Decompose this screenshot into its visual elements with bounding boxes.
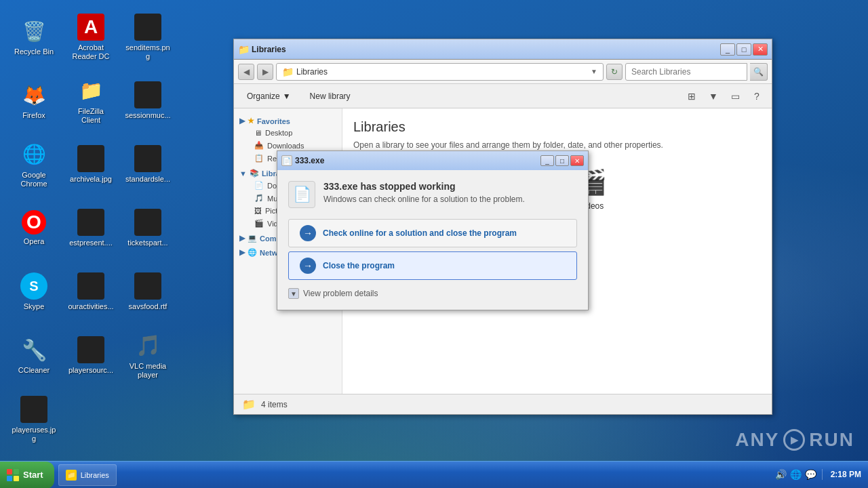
check-online-button[interactable]: → Check online for a solution and close …: [288, 219, 577, 247]
pictures-sidebar-icon: 🖼: [254, 207, 262, 215]
desktop-icon-firefox[interactable]: 🦊 Firefox: [7, 70, 61, 131]
libraries-status-bar: 📁 4 items: [234, 394, 772, 414]
address-folder-icon: 📁: [282, 66, 294, 77]
desktop-icon-savsfood[interactable]: savsfood.rtf: [121, 262, 175, 323]
desktop-icons-container: 🗑️ Recycle Bin A Acrobat Reader DC sendi…: [7, 7, 175, 450]
archivela-label: archivela.jpg: [70, 175, 112, 184]
libraries-minimize-button[interactable]: _: [720, 43, 735, 56]
dialog-actions: → Check online for a solution and close …: [288, 219, 577, 280]
desktop-icon-ouractivities[interactable]: ouractivities...: [64, 262, 118, 323]
recent-places-sidebar-icon: 📋: [254, 154, 264, 163]
libraries-window-icon: 📁: [238, 44, 249, 55]
desktop-icon-archivela[interactable]: archivela.jpg: [64, 134, 118, 195]
chrome-icon: 🌐: [20, 141, 47, 168]
libraries-close-button[interactable]: ✕: [753, 43, 768, 56]
playersource-label: playersourc...: [68, 366, 113, 375]
libraries-titlebar: 📁 Libraries _ □ ✕: [234, 39, 772, 60]
filezilla-icon: 📁: [77, 77, 104, 104]
view-problem-details[interactable]: ▼ View problem details: [288, 288, 577, 299]
back-button[interactable]: ◀: [238, 64, 254, 80]
sidebar-item-desktop[interactable]: 🖥 Desktop: [234, 127, 342, 139]
desktop-icon-ccleaner[interactable]: 🔧 CCleaner: [7, 325, 61, 386]
organize-button[interactable]: Organize ▼: [239, 87, 298, 105]
taskbar-items: 📁 Libraries: [54, 464, 764, 486]
desktop-icon-recycle-bin[interactable]: 🗑️ Recycle Bin: [7, 7, 61, 68]
preview-pane-button[interactable]: ▭: [726, 87, 745, 105]
anyrun-watermark: ANY ▶ RUN: [735, 429, 854, 451]
dialog-minimize-button[interactable]: _: [540, 155, 554, 166]
vlc-icon: 🎵: [134, 332, 161, 359]
dialog-close-button[interactable]: ✕: [570, 155, 584, 166]
organize-label: Organize: [247, 92, 280, 101]
taskbar: Start 📁 Libraries 🔊 🌐 💬 2:18 PM: [0, 461, 868, 488]
view-change-button[interactable]: ⊞: [682, 87, 701, 105]
skype-icon: S: [20, 272, 47, 300]
close-program-label: Close the program: [323, 261, 395, 270]
desktop-icon-estpresent[interactable]: estpresent....: [64, 198, 118, 259]
desktop-icon-senditems[interactable]: senditems.png: [121, 7, 175, 68]
ouractivities-label: ouractivities...: [68, 302, 113, 311]
desktop-icon-opera[interactable]: O Opera: [7, 198, 61, 259]
tray-icon-network[interactable]: 🌐: [791, 469, 802, 480]
videos-sidebar-icon: 🎬: [254, 219, 264, 228]
desktop-icon-chrome[interactable]: 🌐 Google Chrome: [7, 134, 61, 195]
libraries-main-subtitle: Open a library to see your files and arr…: [353, 140, 761, 150]
savsfood-icon: [134, 272, 161, 300]
ticketspart-label: ticketspart...: [127, 239, 167, 247]
error-dialog: 📄 333.exe _ □ ✕ 📄 333.exe has stopped wo…: [277, 150, 589, 310]
tray-icon-action-center[interactable]: 💬: [806, 469, 816, 480]
search-button[interactable]: 🔍: [750, 63, 768, 81]
help-button[interactable]: ?: [747, 87, 766, 105]
desktop-icon-ticketspart[interactable]: ticketspart...: [121, 198, 175, 259]
status-text: 4 items: [261, 400, 288, 409]
taskbar-item-libraries-icon: 📁: [66, 470, 77, 481]
desktop-icon-filezilla[interactable]: 📁 FileZilla Client: [64, 70, 118, 131]
dialog-maximize-button[interactable]: □: [555, 155, 569, 166]
address-pill[interactable]: 📁 Libraries ▼: [276, 63, 604, 81]
computer-icon: 💻: [248, 234, 257, 243]
organize-dropdown-icon: ▼: [283, 92, 291, 101]
favorites-header[interactable]: ▶ ★ Favorites: [234, 114, 342, 127]
desktop-icon-playeruses[interactable]: playeruses.jpg: [7, 389, 61, 450]
ccleaner-label: CCleaner: [18, 366, 50, 375]
music-sidebar-icon: 🎵: [254, 194, 264, 203]
taskbar-item-libraries[interactable]: 📁 Libraries: [58, 464, 117, 486]
documents-sidebar-icon: 📄: [254, 181, 264, 190]
forward-button[interactable]: ▶: [257, 64, 273, 80]
desktop-icon-acrobat[interactable]: A Acrobat Reader DC: [64, 7, 118, 68]
ticketspart-icon: [134, 209, 161, 236]
libraries-sidebar-arrow: ▼: [239, 169, 247, 178]
close-program-button[interactable]: → Close the program: [288, 251, 577, 280]
skype-label: Skype: [24, 302, 45, 311]
refresh-button[interactable]: ↻: [606, 64, 623, 80]
toolbar-right: ⊞ ▼ ▭ ?: [682, 87, 766, 105]
tray-icon-sound[interactable]: 🔊: [776, 469, 787, 480]
standardsle-icon: [134, 145, 161, 172]
address-text: Libraries: [296, 67, 328, 77]
close-program-arrow-icon: →: [300, 258, 316, 274]
sessionmuc-icon: [134, 81, 161, 108]
standardsle-label: standardsle...: [125, 175, 170, 184]
system-clock[interactable]: 2:18 PM: [831, 469, 861, 481]
desktop-icon-sessionmuc[interactable]: sessionmuc...: [121, 70, 175, 131]
start-button[interactable]: Start: [0, 462, 54, 489]
favorites-label: Favorites: [257, 117, 290, 125]
new-library-button[interactable]: New library: [302, 87, 358, 105]
libraries-main-title: Libraries: [353, 119, 761, 135]
libraries-toolbar: Organize ▼ New library ⊞ ▼ ▭ ?: [234, 84, 772, 108]
libraries-maximize-button[interactable]: □: [736, 43, 751, 56]
desktop-icon-playersource[interactable]: playersourc...: [64, 325, 118, 386]
desktop-icon-skype[interactable]: S Skype: [7, 262, 61, 323]
view-problem-details-label: View problem details: [303, 289, 378, 298]
start-label: Start: [23, 470, 43, 480]
savsfood-label: savsfood.rtf: [129, 302, 167, 311]
downloads-sidebar-icon: 📥: [254, 141, 264, 150]
libraries-address-bar: ◀ ▶ 📁 Libraries ▼ ↻ 🔍: [234, 60, 772, 84]
dialog-subtext: Windows can check online for a solution …: [323, 195, 525, 204]
address-dropdown-icon[interactable]: ▼: [591, 68, 597, 75]
desktop-icon-standardsle[interactable]: standardsle...: [121, 134, 175, 195]
view-dropdown-button[interactable]: ▼: [704, 87, 723, 105]
search-input[interactable]: [625, 63, 747, 81]
recycle-bin-label: Recycle Bin: [14, 47, 54, 56]
desktop-icon-vlc[interactable]: 🎵 VLC media player: [121, 325, 175, 386]
